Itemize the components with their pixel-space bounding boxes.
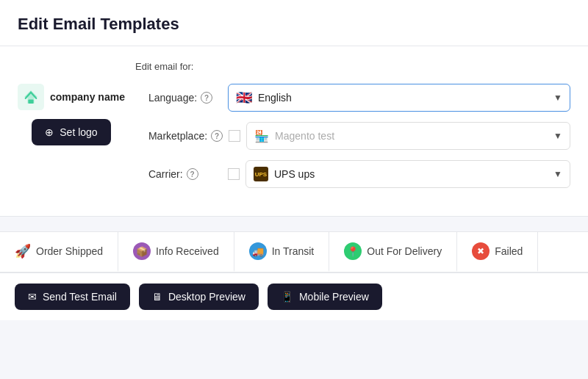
tabs-bar: 🚀 Order Shipped 📦 Info Received 🚚 In Tra…	[0, 232, 588, 272]
company-logo-icon	[18, 84, 44, 110]
language-help-icon[interactable]: ?	[201, 92, 212, 104]
bottom-bar: ✉ Send Test Email 🖥 Desktop Preview 📱 Mo…	[0, 272, 588, 320]
desktop-preview-button[interactable]: 🖥 Desktop Preview	[139, 284, 259, 310]
send-icon: ✉	[28, 291, 37, 303]
tabs-section: 🚀 Order Shipped 📦 Info Received 🚚 In Tra…	[0, 231, 588, 272]
tab-out-for-delivery-label: Out For Delivery	[367, 245, 442, 257]
info-received-icon: 📦	[133, 242, 151, 260]
content-row: company name ⊕ Set logo Language: ?	[18, 84, 570, 198]
language-flag: 🇬🇧	[236, 90, 252, 106]
out-for-delivery-icon: 📍	[344, 242, 362, 260]
marketplace-select[interactable]: 🏪 Magento test ▼	[246, 122, 570, 150]
failed-icon: ✖	[472, 242, 490, 260]
tab-in-transit-label: In Transit	[272, 245, 315, 257]
tab-in-transit[interactable]: 🚚 In Transit	[234, 232, 330, 272]
marketplace-help-icon[interactable]: ?	[211, 130, 223, 142]
marketplace-placeholder: Magento test	[275, 130, 334, 142]
carrier-value: UPS ups	[274, 168, 315, 180]
marketplace-chevron-icon: ▼	[553, 131, 562, 141]
logo-section: company name ⊕ Set logo	[18, 84, 125, 145]
send-test-email-button[interactable]: ✉ Send Test Email	[15, 284, 130, 310]
tab-out-for-delivery[interactable]: 📍 Out For Delivery	[329, 232, 457, 272]
in-transit-icon: 🚚	[249, 242, 267, 260]
marketplace-control-wrapper: 🏪 Magento test ▼	[229, 122, 570, 150]
language-control-wrapper: 🇬🇧 English ▼	[228, 84, 570, 112]
language-label: Language: ?	[148, 92, 222, 104]
carrier-checkbox[interactable]	[228, 168, 240, 180]
tab-order-shipped-label: Order Shipped	[36, 245, 103, 257]
desktop-icon: 🖥	[152, 291, 162, 303]
carrier-help-icon[interactable]: ?	[187, 168, 198, 180]
mobile-icon: 📱	[281, 291, 293, 303]
carrier-control-wrapper: UPS UPS ups ▼	[228, 160, 570, 188]
tab-order-shipped[interactable]: 🚀 Order Shipped	[0, 232, 118, 272]
page-header: Edit Email Templates	[0, 0, 588, 46]
form-section: Language: ? 🇬🇧 English ▼	[148, 84, 570, 198]
company-name: company name	[50, 91, 125, 104]
tab-info-received-label: Info Received	[156, 245, 219, 257]
main-content: Edit email for: company name ⊕ Set logo	[0, 46, 588, 217]
ups-icon: UPS	[254, 167, 268, 181]
language-select[interactable]: 🇬🇧 English ▼	[228, 84, 570, 112]
carrier-label: Carrier: ?	[148, 168, 222, 180]
marketplace-checkbox[interactable]	[229, 130, 240, 142]
edit-email-label: Edit email for:	[135, 61, 570, 72]
language-value: English	[258, 92, 292, 104]
marketplace-store-icon: 🏪	[254, 129, 269, 143]
marketplace-row: Marketplace: ? 🏪 Magento test ▼	[148, 122, 570, 150]
tab-failed-label: Failed	[495, 245, 523, 257]
tab-info-received[interactable]: 📦 Info Received	[118, 232, 234, 272]
order-shipped-icon: 🚀	[15, 243, 31, 259]
page-title: Edit Email Templates	[18, 15, 570, 34]
company-logo-area: company name	[18, 84, 125, 110]
carrier-chevron-icon: ▼	[553, 169, 562, 179]
tab-failed[interactable]: ✖ Failed	[457, 232, 538, 272]
mobile-preview-button[interactable]: 📱 Mobile Preview	[268, 284, 382, 310]
set-logo-button[interactable]: ⊕ Set logo	[32, 119, 110, 145]
language-chevron-icon: ▼	[553, 93, 562, 103]
language-row: Language: ? 🇬🇧 English ▼	[148, 84, 570, 112]
carrier-row: Carrier: ? UPS UPS ups ▼	[148, 160, 570, 188]
marketplace-label: Marketplace: ?	[148, 130, 223, 142]
carrier-select[interactable]: UPS UPS ups ▼	[245, 160, 570, 188]
svg-rect-1	[28, 100, 33, 104]
set-logo-icon: ⊕	[45, 126, 54, 138]
